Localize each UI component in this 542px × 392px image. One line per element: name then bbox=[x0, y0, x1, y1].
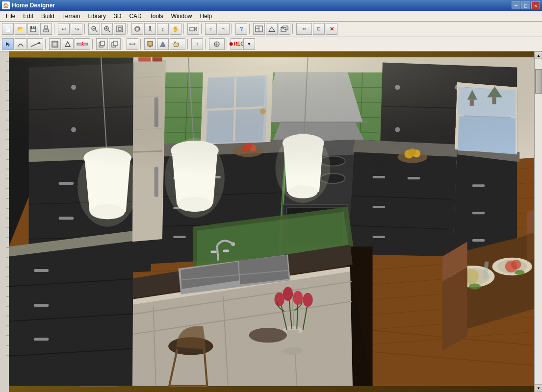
svg-point-255 bbox=[515, 270, 524, 275]
menu-build[interactable]: Build bbox=[37, 12, 58, 21]
svg-rect-266 bbox=[34, 269, 49, 272]
arc-tool[interactable] bbox=[15, 38, 26, 50]
svg-rect-27 bbox=[53, 42, 57, 46]
svg-rect-39 bbox=[149, 42, 152, 45]
svg-point-253 bbox=[511, 260, 521, 270]
svg-rect-157 bbox=[373, 236, 385, 238]
pan-button[interactable]: ✋ bbox=[170, 23, 181, 35]
undo-button[interactable]: ↩ bbox=[58, 23, 70, 35]
3d-scene bbox=[9, 51, 542, 392]
zoom-fit-button[interactable] bbox=[114, 23, 126, 35]
window-controls-inner[interactable]: ▪▪ bbox=[296, 23, 312, 35]
material-tool[interactable] bbox=[157, 38, 169, 50]
hand-tool[interactable] bbox=[170, 38, 185, 50]
toolbar2-sep-1 bbox=[45, 39, 47, 49]
menu-tools[interactable]: Tools bbox=[146, 12, 167, 21]
dimension-tool[interactable] bbox=[127, 38, 138, 50]
room-tool[interactable] bbox=[49, 38, 61, 50]
toolbar-row-1: 📄 📂 💾 ↩ ↪ ↕ ✋ ↑ ~ bbox=[0, 22, 542, 36]
open-button[interactable]: 📂 bbox=[15, 23, 26, 35]
break-tool[interactable] bbox=[75, 38, 90, 50]
svg-rect-34 bbox=[113, 41, 117, 46]
menu-library[interactable]: Library bbox=[84, 12, 110, 21]
svg-marker-262 bbox=[9, 232, 133, 386]
vertical-scrollbar[interactable]: ▲ ▼ bbox=[534, 51, 542, 392]
camera-view-button[interactable] bbox=[187, 23, 199, 35]
svg-rect-279 bbox=[9, 57, 542, 207]
viewport[interactable]: ▲ ▼ bbox=[9, 51, 542, 392]
menu-help[interactable]: Help bbox=[196, 12, 216, 21]
svg-line-5 bbox=[96, 30, 97, 32]
svg-point-14 bbox=[149, 26, 151, 28]
menu-terrain[interactable]: Terrain bbox=[58, 12, 84, 21]
scroll-thumb[interactable] bbox=[535, 69, 542, 94]
menu-3d[interactable]: 3D bbox=[110, 12, 125, 21]
svg-rect-11 bbox=[118, 27, 121, 30]
svg-rect-32 bbox=[101, 41, 104, 46]
svg-rect-209 bbox=[210, 250, 216, 253]
toolbar-row-2: ↑ ⏺REC ▼ bbox=[0, 36, 542, 51]
menu-bar: File Edit Build Terrain Library 3D CAD T… bbox=[0, 11, 542, 22]
toolbar2-sep-3 bbox=[123, 39, 125, 49]
roof-tool[interactable] bbox=[62, 38, 74, 50]
svg-rect-21 bbox=[269, 31, 275, 32]
crosshair-tool[interactable] bbox=[209, 38, 225, 50]
svg-rect-162 bbox=[472, 239, 485, 242]
minimize-button[interactable]: ─ bbox=[512, 1, 520, 9]
select-tool[interactable] bbox=[2, 38, 14, 50]
orbit-button[interactable] bbox=[131, 23, 143, 35]
svg-rect-141 bbox=[173, 236, 185, 238]
toolbar-sep-2 bbox=[84, 24, 86, 34]
up-arrow-button[interactable]: ↑ bbox=[205, 23, 217, 35]
restore-button[interactable]: ⊟ bbox=[313, 23, 325, 35]
svg-rect-161 bbox=[472, 212, 485, 214]
zoom-in-button[interactable] bbox=[101, 23, 113, 35]
up-arrow-tool[interactable]: ↑ bbox=[191, 38, 203, 50]
help-button[interactable]: ? bbox=[235, 23, 247, 35]
save-button[interactable]: 💾 bbox=[27, 23, 39, 35]
toolbar2-sep-5 bbox=[187, 39, 189, 49]
scroll-track[interactable] bbox=[535, 59, 542, 384]
menu-edit[interactable]: Edit bbox=[19, 12, 37, 21]
title-bar: 🏠 Home Designer ─ □ ✕ bbox=[0, 0, 542, 11]
close-button[interactable]: ✕ bbox=[531, 1, 540, 9]
floor-plan-button[interactable] bbox=[253, 23, 265, 35]
main-area: ▲ ▼ bbox=[0, 51, 542, 392]
record-dropdown[interactable]: ▼ bbox=[243, 38, 255, 50]
svg-line-207 bbox=[217, 245, 218, 260]
new-button[interactable]: 📄 bbox=[2, 23, 14, 35]
scroll-down-button[interactable]: ▼ bbox=[535, 384, 542, 392]
scroll-up-button[interactable]: ▲ bbox=[535, 51, 542, 59]
svg-point-13 bbox=[135, 28, 140, 30]
delete-tool[interactable] bbox=[109, 38, 121, 50]
3d-view-button[interactable] bbox=[279, 23, 290, 35]
record-button[interactable]: ⏺REC bbox=[231, 38, 242, 50]
copy-tool[interactable] bbox=[96, 38, 108, 50]
close-inner-button[interactable]: ✕ bbox=[326, 23, 337, 35]
svg-marker-257 bbox=[442, 267, 467, 351]
app-icon: 🏠 bbox=[2, 1, 10, 9]
menu-window[interactable]: Window bbox=[167, 12, 196, 21]
toolbar-sep-5 bbox=[201, 24, 203, 34]
tilde-button[interactable]: ~ bbox=[218, 23, 230, 35]
svg-rect-10 bbox=[117, 26, 123, 32]
menu-file[interactable]: File bbox=[2, 12, 19, 21]
paint-tool[interactable] bbox=[144, 38, 156, 50]
svg-marker-19 bbox=[195, 27, 197, 30]
maximize-button[interactable]: □ bbox=[521, 1, 530, 9]
dolly-button[interactable]: ↕ bbox=[157, 23, 169, 35]
toolbar-sep-6 bbox=[232, 24, 233, 34]
redo-button[interactable]: ↪ bbox=[71, 23, 82, 35]
toolbar2-sep-6 bbox=[205, 39, 207, 49]
toolbar-sep-7 bbox=[249, 24, 251, 34]
menu-cad[interactable]: CAD bbox=[125, 12, 145, 21]
walk-button[interactable] bbox=[144, 23, 156, 35]
window-controls: ─ □ ✕ bbox=[512, 1, 540, 9]
toolbar2-sep-7 bbox=[227, 39, 229, 49]
toolbar-sep-4 bbox=[183, 24, 185, 34]
elevation-button[interactable] bbox=[266, 23, 278, 35]
toolbar-sep-1 bbox=[54, 24, 56, 34]
line-tool[interactable] bbox=[27, 38, 43, 50]
print-button[interactable] bbox=[40, 23, 52, 35]
zoom-out-button[interactable] bbox=[88, 23, 100, 35]
